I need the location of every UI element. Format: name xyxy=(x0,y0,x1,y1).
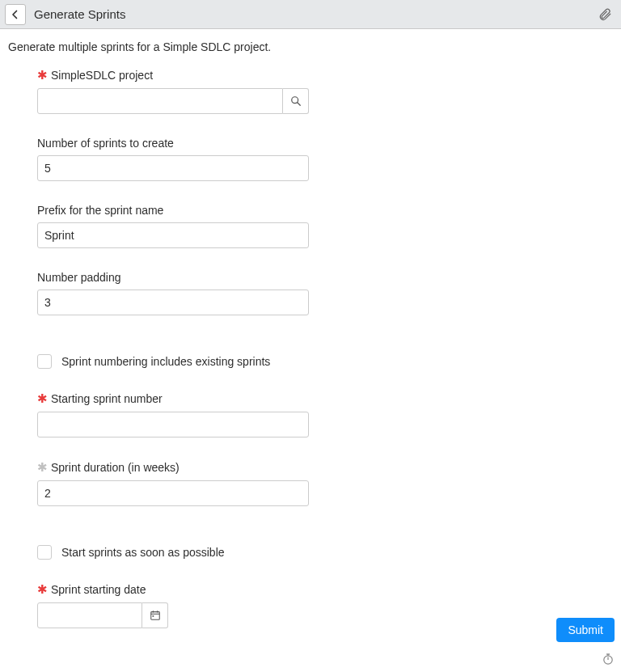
num-sprints-input[interactable] xyxy=(37,155,309,181)
svg-rect-2 xyxy=(150,612,159,620)
content-area: Generate multiple sprints for a Simple S… xyxy=(0,29,621,659)
field-start-asap: Start sprints as soon as possible xyxy=(37,545,613,560)
field-project: ✱ SimpleSDLC project xyxy=(37,68,613,114)
project-lookup-button[interactable] xyxy=(283,88,309,114)
starting-number-label: Starting sprint number xyxy=(51,392,163,405)
required-asterisk-icon: ✱ xyxy=(37,582,48,597)
project-label: SimpleSDLC project xyxy=(51,69,153,82)
duration-input[interactable] xyxy=(37,480,309,506)
field-duration: ✱ Sprint duration (in weeks) xyxy=(37,460,613,506)
field-num-sprints: Number of sprints to create xyxy=(37,137,613,181)
field-prefix: Prefix for the sprint name xyxy=(37,204,613,248)
starting-number-input[interactable] xyxy=(37,412,309,437)
duration-label: Sprint duration (in weeks) xyxy=(51,461,180,474)
field-start-date: ✱ Sprint starting date xyxy=(37,582,613,628)
field-starting-number: ✱ Starting sprint number xyxy=(37,391,613,437)
prefix-label: Prefix for the sprint name xyxy=(37,204,163,217)
stopwatch-icon xyxy=(602,653,615,666)
field-padding: Number padding xyxy=(37,271,613,315)
include-existing-checkbox[interactable] xyxy=(37,354,52,369)
num-sprints-label: Number of sprints to create xyxy=(37,137,174,150)
padding-label: Number padding xyxy=(37,271,121,284)
required-asterisk-icon: ✱ xyxy=(37,391,48,406)
date-picker-button[interactable] xyxy=(142,602,168,628)
start-date-input[interactable] xyxy=(37,602,142,628)
calendar-icon xyxy=(150,610,161,621)
project-input[interactable] xyxy=(37,88,283,114)
optional-asterisk-icon: ✱ xyxy=(37,460,48,475)
start-date-label: Sprint starting date xyxy=(51,583,146,596)
page-title: Generate Sprints xyxy=(34,7,597,21)
prefix-input[interactable] xyxy=(37,222,309,248)
field-include-existing: Sprint numbering includes existing sprin… xyxy=(37,354,613,369)
search-icon xyxy=(290,95,302,107)
paperclip-icon xyxy=(598,7,612,22)
start-asap-label: Start sprints as soon as possible xyxy=(61,546,225,559)
required-asterisk-icon: ✱ xyxy=(37,68,48,82)
padding-input[interactable] xyxy=(37,290,309,315)
form-description: Generate multiple sprints for a Simple S… xyxy=(8,40,613,53)
svg-line-1 xyxy=(297,103,300,106)
start-asap-checkbox[interactable] xyxy=(37,545,52,560)
attachment-button[interactable] xyxy=(597,6,613,23)
back-button[interactable] xyxy=(5,4,26,25)
include-existing-label: Sprint numbering includes existing sprin… xyxy=(61,355,270,368)
page-header: Generate Sprints xyxy=(0,0,621,29)
svg-rect-6 xyxy=(152,615,154,617)
form: ✱ SimpleSDLC project Number of sprints t… xyxy=(8,68,613,628)
response-time-indicator[interactable] xyxy=(602,653,615,666)
submit-button[interactable]: Submit xyxy=(556,618,615,642)
chevron-left-icon xyxy=(11,10,20,19)
